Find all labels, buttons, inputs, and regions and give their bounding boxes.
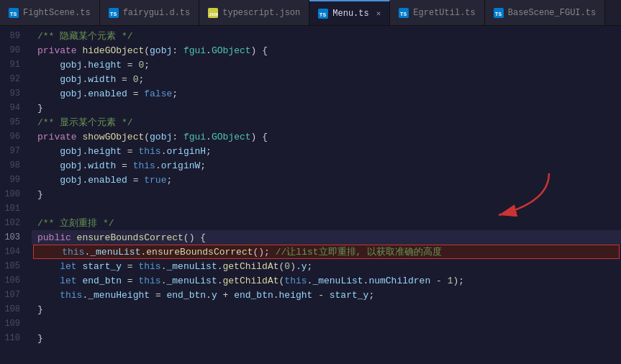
tab-base-scene[interactable]: TS BaseScene_FGUI.ts [485,0,605,25]
code-line-99: gobj.enabled = true; [32,173,621,187]
line-num-98: 98 [0,158,32,173]
tab-menu-ts[interactable]: TS Menu.ts ✕ [309,0,390,25]
line-num-89: 89 [0,29,32,43]
tab-egret-util[interactable]: TS EgretUtil.ts [390,0,484,25]
code-line-96: private showGObject(gobj: fgui.GObject) … [32,129,621,144]
tab-fight-scene[interactable]: TS FightScene.ts [0,0,100,25]
svg-text:TS: TS [109,10,117,17]
code-line-98: gobj.width = this.originW; [32,158,621,173]
code-area[interactable]: /** 隐藏某个元素 */ private hideGObject(gobj: … [32,26,621,364]
json-icon: JSON [208,8,218,18]
ts-icon-2: TS [109,8,119,18]
ts-icon-3: TS [318,9,328,19]
line-num-107: 107 [0,288,32,302]
line-num-104: 104 [0,245,32,259]
code-line-103: public ensureBoundsCorrect() { [32,230,621,245]
line-num-102: 102 [0,216,32,230]
code-line-97: gobj.height = this.originH; [32,144,621,158]
svg-text:JSON: JSON [209,12,218,17]
svg-text:TS: TS [400,10,407,17]
line-num-99: 99 [0,173,32,187]
line-num-93: 93 [0,86,32,101]
code-line-109 [32,317,621,331]
code-line-95: /** 显示某个元素 */ [32,115,621,129]
svg-text:TS: TS [10,10,17,17]
tab-typescript-json[interactable]: JSON typescript.json [199,0,309,25]
code-line-94: } [32,101,621,115]
line-numbers: 89 90 91 92 93 94 95 96 97 98 99 100 101… [0,26,32,364]
app-container: TS FightScene.ts TS fairygui.d.ts JSON t… [0,0,621,364]
svg-text:TS: TS [495,10,502,17]
line-num-101: 101 [0,201,32,216]
editor-area: 89 90 91 92 93 94 95 96 97 98 99 100 101… [0,26,621,364]
code-line-105: let start_y = this._menuList.getChildAt(… [32,259,621,273]
tab-fairygui[interactable]: TS fairygui.d.ts [100,0,200,25]
code-line-89: /** 隐藏某个元素 */ [32,29,621,43]
line-num-96: 96 [0,129,32,144]
line-num-103: 103 [0,230,32,245]
tab-close-button[interactable]: ✕ [376,9,381,18]
code-line-101 [32,201,621,216]
line-num-90: 90 [0,43,32,58]
line-num-95: 95 [0,115,32,129]
code-line-108: } [32,302,621,317]
line-num-108: 108 [0,302,32,317]
line-num-94: 94 [0,101,32,115]
line-num-106: 106 [0,273,32,288]
ts-icon-4: TS [399,8,409,18]
line-num-97: 97 [0,144,32,158]
tab-bar: TS FightScene.ts TS fairygui.d.ts JSON t… [0,0,621,26]
line-num-100: 100 [0,187,32,201]
line-num-110: 110 [0,331,32,345]
code-line-92: gobj.width = 0; [32,72,621,86]
line-num-91: 91 [0,58,32,72]
ts-icon: TS [9,8,19,18]
code-line-90: private hideGObject(gobj: fgui.GObject) … [32,43,621,58]
code-line-104: this._menuList.ensureBoundsCorrect(); //… [33,245,620,259]
code-line-93: gobj.enabled = false; [32,86,621,101]
code-line-107: this._menuHeight = end_btn.y + end_btn.h… [32,288,621,302]
line-num-92: 92 [0,72,32,86]
svg-text:TS: TS [319,11,327,17]
code-line-106: let end_btn = this._menuList.getChildAt(… [32,273,621,288]
code-line-100: } [32,187,621,201]
code-line-110: } [32,331,621,345]
line-num-109: 109 [0,317,32,331]
code-line-91: gobj.height = 0; [32,58,621,72]
line-num-105: 105 [0,259,32,273]
code-line-102: /** 立刻重排 */ [32,216,621,230]
ts-icon-5: TS [494,8,504,18]
